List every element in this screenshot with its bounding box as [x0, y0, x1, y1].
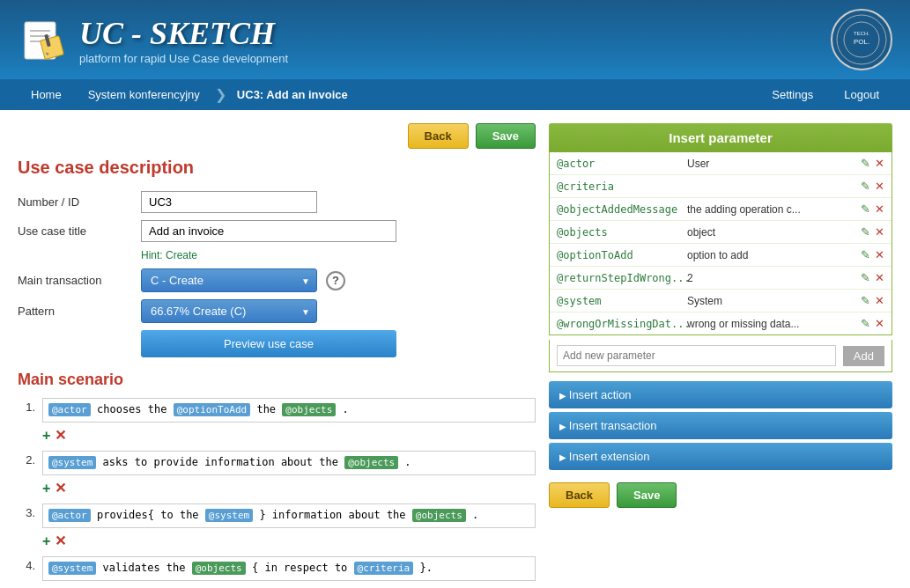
- section-title: Use case description: [18, 158, 536, 178]
- param-row-actor: @actor User ✎ ✕: [550, 152, 892, 175]
- del-icon-optiontoadd[interactable]: ✕: [875, 248, 884, 261]
- param-value-objects: object: [687, 226, 854, 239]
- scenario-text-plain-1a: chooses the: [97, 403, 174, 415]
- param-objects-3[interactable]: @objects: [412, 509, 466, 522]
- nav-settings[interactable]: Settings: [758, 79, 826, 110]
- insert-action-btn[interactable]: Insert action: [549, 381, 892, 408]
- param-value-actor: User: [687, 158, 854, 170]
- param-name-criteria[interactable]: @criteria: [557, 180, 680, 193]
- pattern-select[interactable]: 66.67% Create (C): [141, 299, 317, 323]
- back-button-top[interactable]: Back: [408, 123, 469, 149]
- edit-icon-optiontoadd[interactable]: ✎: [861, 248, 870, 261]
- param-actions-returnstepid: ✎ ✕: [861, 271, 884, 284]
- top-action-bar: Back Save: [18, 123, 536, 149]
- back-button-bottom[interactable]: Back: [549, 482, 610, 508]
- param-actor-1[interactable]: @actor: [48, 403, 91, 416]
- edit-icon-criteria[interactable]: ✎: [861, 180, 870, 193]
- transaction-select[interactable]: C - Create: [141, 268, 317, 292]
- param-system-2[interactable]: @system: [48, 456, 96, 469]
- param-name-objects[interactable]: @objects: [557, 226, 680, 239]
- scenario-controls-1: + ✕: [42, 427, 536, 444]
- svg-text:TECH.: TECH.: [854, 31, 869, 36]
- left-panel: Back Save Use case description Number / …: [18, 123, 536, 588]
- form-group-pattern: Pattern 66.67% Create (C) ▼: [18, 299, 536, 323]
- insert-param-header: Insert parameter: [549, 123, 892, 152]
- preview-btn-wrapper: Preview use case: [141, 330, 536, 357]
- nav-current: UC3: Add an invoice: [228, 79, 357, 110]
- title-label: Use case title: [18, 224, 132, 238]
- del-icon-objectaddedmessage[interactable]: ✕: [875, 202, 884, 216]
- insert-extension-btn[interactable]: Insert extension: [549, 443, 892, 470]
- del-scenario-btn-3[interactable]: ✕: [55, 533, 66, 549]
- scenario-text-2[interactable]: @system asks to provide information abou…: [42, 451, 536, 475]
- number-input[interactable]: [141, 191, 317, 213]
- navigation-bar: Home System konferencyjny ❯ UC3: Add an …: [0, 79, 910, 110]
- param-actions-optiontoadd: ✎ ✕: [861, 248, 884, 261]
- scenario-controls-2: + ✕: [42, 480, 536, 496]
- param-criteria-4[interactable]: @criteria: [354, 562, 414, 575]
- param-table: @actor User ✎ ✕ @criteria ✎ ✕ @objectAdd…: [549, 152, 892, 335]
- param-objects-2[interactable]: @objects: [344, 456, 398, 469]
- param-name-returnstepid[interactable]: @returnStepIdWrong...: [557, 272, 680, 284]
- edit-icon-system[interactable]: ✎: [861, 294, 870, 307]
- scenario-text-plain-4b: { in respect to: [252, 562, 354, 574]
- del-icon-objects[interactable]: ✕: [875, 225, 884, 239]
- university-emblem: POL. TECH.: [831, 9, 892, 70]
- title-input[interactable]: [141, 220, 396, 242]
- nav-logout[interactable]: Logout: [831, 79, 892, 110]
- param-objects-4[interactable]: @objects: [192, 562, 246, 575]
- param-name-objectaddedmessage[interactable]: @objectAddedMessage: [557, 203, 680, 216]
- nav-system[interactable]: System konferencyjny: [75, 79, 213, 110]
- scenario-controls-3: + ✕: [42, 533, 536, 549]
- save-button-bottom[interactable]: Save: [617, 482, 677, 508]
- add-param-input[interactable]: [557, 345, 836, 366]
- scenario-text-plain-4c: }.: [419, 562, 432, 574]
- param-name-actor[interactable]: @actor: [557, 158, 680, 170]
- param-actor-3[interactable]: @actor: [48, 509, 91, 522]
- param-objects-1[interactable]: @objects: [282, 403, 336, 416]
- param-optiontoadd-1[interactable]: @optionToAdd: [174, 403, 250, 416]
- scenario-text-plain-4a: validates the: [103, 562, 192, 574]
- add-scenario-btn-2[interactable]: +: [42, 481, 50, 496]
- app-header: UC - SKETCH platform for rapid Use Case …: [0, 0, 910, 79]
- param-value-system: System: [687, 295, 854, 307]
- param-row-objectaddedmessage: @objectAddedMessage the adding operation…: [550, 198, 892, 221]
- transaction-select-wrapper: C - Create ▼: [141, 268, 317, 292]
- del-scenario-btn-2[interactable]: ✕: [55, 480, 66, 496]
- param-name-wrongormissing[interactable]: @wrongOrMissingDat...: [557, 318, 680, 330]
- scenario-text-plain-3b: } information about the: [259, 509, 411, 521]
- save-button-top[interactable]: Save: [476, 123, 536, 149]
- param-value-returnstepid: 2: [687, 272, 854, 284]
- edit-icon-returnstepid[interactable]: ✎: [861, 271, 870, 284]
- del-icon-system[interactable]: ✕: [875, 294, 884, 307]
- del-icon-actor[interactable]: ✕: [875, 157, 884, 170]
- param-name-system[interactable]: @system: [557, 295, 680, 307]
- scenario-text-3[interactable]: @actor provides{ to the @system } inform…: [42, 503, 536, 528]
- del-scenario-btn-1[interactable]: ✕: [55, 427, 66, 444]
- transaction-help-icon[interactable]: ?: [326, 271, 345, 290]
- edit-icon-objects[interactable]: ✎: [861, 225, 870, 239]
- edit-icon-objectaddedmessage[interactable]: ✎: [861, 202, 870, 216]
- scenario-text-4[interactable]: @system validates the @objects { in resp…: [42, 556, 536, 581]
- edit-icon-actor[interactable]: ✎: [861, 157, 870, 170]
- nav-home[interactable]: Home: [18, 79, 75, 110]
- param-value-wrongormissing: wrong or missing data...: [687, 318, 854, 330]
- add-scenario-btn-3[interactable]: +: [42, 533, 50, 549]
- scenario-item-2: 2. @system asks to provide information a…: [18, 451, 536, 475]
- del-icon-returnstepid[interactable]: ✕: [875, 271, 884, 284]
- param-system-3[interactable]: @system: [205, 509, 253, 522]
- param-system-4[interactable]: @system: [48, 562, 96, 575]
- preview-button[interactable]: Preview use case: [141, 330, 396, 357]
- param-name-optiontoadd[interactable]: @optionToAdd: [557, 249, 680, 261]
- param-row-objects: @objects object ✎ ✕: [550, 221, 892, 244]
- add-scenario-btn-1[interactable]: +: [42, 428, 50, 444]
- edit-icon-wrongormissing[interactable]: ✎: [861, 317, 870, 330]
- del-icon-wrongormissing[interactable]: ✕: [875, 317, 884, 330]
- scenario-text-plain-2a: asks to provide information about the: [103, 456, 345, 468]
- insert-transaction-btn[interactable]: Insert transaction: [549, 412, 892, 439]
- form-group-number: Number / ID: [18, 191, 536, 213]
- form-group-transaction: Main transaction C - Create ▼ ?: [18, 268, 536, 292]
- add-param-button[interactable]: Add: [843, 346, 884, 366]
- del-icon-criteria[interactable]: ✕: [875, 180, 884, 193]
- scenario-text-1[interactable]: @actor chooses the @optionToAdd the @obj…: [42, 398, 536, 423]
